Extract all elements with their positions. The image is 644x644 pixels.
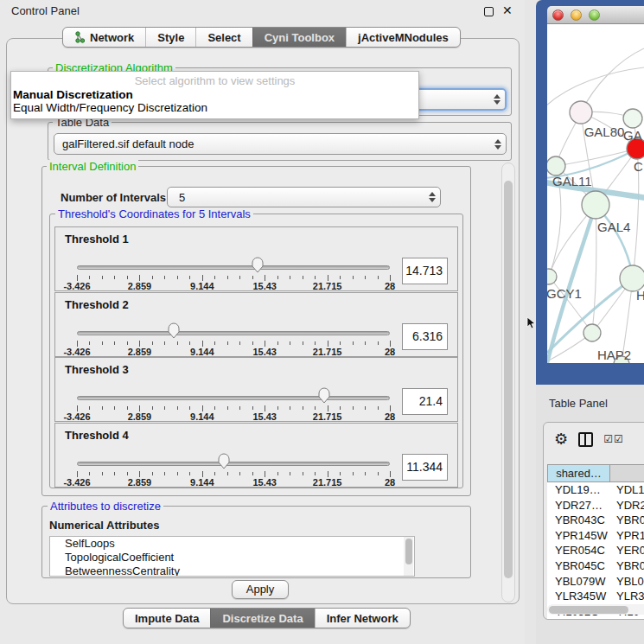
tab-label: jActiveMNodules [358, 31, 449, 44]
threshold-2-slider-track[interactable] [77, 331, 390, 335]
float-window-icon[interactable] [484, 7, 494, 16]
tick-mark [227, 341, 228, 345]
table-cell: YER0 [610, 543, 644, 558]
tick-mark [252, 472, 253, 475]
tick-mark [265, 405, 265, 411]
network-node-gal80 [570, 101, 592, 124]
tick-mark [114, 472, 115, 475]
threshold-2-slider-thumb[interactable] [167, 322, 181, 340]
table-row[interactable]: YDR27…YDR2 [547, 498, 644, 513]
table-cell: YBR0 [610, 513, 644, 528]
table-cell: YPR145W [547, 528, 610, 544]
gear-icon[interactable]: ⚙ [554, 430, 568, 449]
control-panel-window: Control Panel ✕ NetworkStyleSelectCyni T… [0, 0, 525, 644]
tab-style[interactable]: Style [145, 28, 195, 47]
scale-label: 15.43 [245, 477, 284, 488]
network-view-window[interactable]: GAL80 GA C GAL11 GAL4 GCY1 H HAP2 [536, 0, 644, 385]
scale-label: 2.859 [120, 477, 158, 488]
tick-mark [189, 341, 190, 345]
table-cell: YBR0 [610, 558, 644, 574]
scale-label: 21.715 [309, 477, 347, 488]
tick-mark [164, 406, 165, 410]
panel-scrollbar-thumb[interactable] [504, 181, 513, 578]
column-header-name[interactable]: na [610, 464, 644, 482]
network-canvas[interactable]: GAL80 GA C GAL11 GAL4 GCY1 H HAP2 [547, 24, 644, 363]
popup-item-equal-width-frequency[interactable]: Equal Width/Frequency Discretization [11, 101, 418, 114]
table-row[interactable]: YBL079WYBL0 [547, 574, 644, 590]
attribute-list-item[interactable]: BetweennessCentrality [50, 564, 414, 577]
numerical-attributes-list[interactable]: SelfLoopsTopologicalCoefficientBetweenne… [49, 536, 415, 577]
table-cell: YBR045C [547, 558, 610, 574]
table-hscrollbar-thumb[interactable] [549, 606, 628, 614]
cyni-bottom-tabs: Impute DataDiscretize DataInfer Network [123, 608, 411, 628]
tick-mark [252, 406, 253, 410]
tick-mark [390, 275, 391, 281]
tick-mark [202, 341, 203, 347]
scale-label: -3.426 [58, 477, 96, 488]
threshold-3-value-field[interactable]: 21.4 [402, 388, 448, 415]
tab-jactivemnodules[interactable]: jActiveMNodules [346, 28, 460, 47]
threshold-label: Threshold 1 [65, 233, 129, 245]
checkboxes-icon[interactable]: ☑☑ [603, 433, 624, 445]
tick-mark [177, 472, 178, 475]
table-panel-box: ⚙ ☑☑ shared… na YDL19…YDL1YDR27…YDR2YBR0… [543, 422, 644, 620]
tab-network[interactable]: Network [63, 28, 145, 47]
close-icon[interactable]: ✕ [502, 3, 513, 17]
threshold-2-value-field[interactable]: 6.316 [402, 323, 448, 350]
table-row[interactable]: YER054CYER0 [547, 543, 644, 558]
attribute-list-item[interactable]: TopologicalCoefficient [50, 551, 414, 564]
table-row[interactable]: YDL19…YDL1 [547, 482, 644, 498]
table-row[interactable]: YPR145WYPR1 [547, 528, 644, 544]
threshold-1-slider-thumb[interactable] [251, 256, 265, 274]
scale-label: 15.43 [245, 281, 284, 291]
threshold-4-slider-thumb[interactable] [217, 452, 231, 470]
tick-mark [378, 406, 379, 410]
tick-mark [189, 406, 190, 410]
threshold-4-slider-track[interactable] [77, 462, 390, 466]
tab-cyni-toolbox[interactable]: Cyni Toolbox [252, 28, 346, 47]
scale-label: 15.43 [245, 411, 284, 422]
tick-mark [365, 472, 366, 475]
threshold-3-slider-track[interactable] [77, 396, 390, 400]
tick-mark [227, 276, 228, 279]
attributes-scrollbar-thumb[interactable] [405, 539, 412, 564]
number-of-intervals-combo[interactable]: 5 [167, 187, 441, 207]
combo-stepper-icon [494, 90, 501, 109]
table-row[interactable]: YBR045CYBR0 [547, 558, 644, 574]
node-label: H [636, 288, 644, 303]
table-horizontal-scrollbar[interactable] [547, 604, 644, 615]
tick-mark [152, 406, 153, 410]
threshold-1-value-field[interactable]: 14.713 [402, 258, 448, 284]
tab-select[interactable]: Select [195, 28, 252, 47]
tick-mark [127, 406, 128, 410]
close-traffic-light-icon[interactable] [552, 10, 564, 21]
columns-icon[interactable] [578, 432, 593, 447]
table-row[interactable]: YBR043CYBR0 [547, 513, 644, 528]
tick-mark [290, 472, 290, 475]
tick-mark [177, 276, 178, 279]
table-data-combo[interactable]: galFiltered.sif default node [54, 133, 507, 155]
attributes-scrollbar[interactable] [404, 537, 413, 576]
apply-button[interactable]: Apply [232, 580, 289, 599]
slider-ticks [77, 470, 390, 477]
zoom-traffic-light-icon[interactable] [589, 10, 600, 21]
panel-scrollbar[interactable] [501, 163, 515, 603]
tick-mark [164, 341, 165, 345]
tick-mark [315, 472, 316, 475]
threshold-1-slider-track[interactable] [77, 265, 390, 270]
tab-discretize-data[interactable]: Discretize Data [210, 609, 314, 628]
threshold-label: Threshold 3 [65, 363, 129, 376]
column-header-shared[interactable]: shared… [547, 464, 610, 482]
threshold-4-value-field[interactable]: 11.344 [402, 454, 448, 481]
tick-mark [127, 276, 128, 279]
scale-label: 21.715 [309, 411, 347, 422]
scale-label: 9.144 [183, 477, 221, 488]
attribute-list-item[interactable]: SelfLoops [50, 537, 414, 551]
tab-impute-data[interactable]: Impute Data [124, 609, 210, 628]
threshold-3-slider-thumb[interactable] [317, 386, 331, 405]
popup-item-manual-discretization[interactable]: Manual Discretization [11, 88, 418, 101]
table-row[interactable]: YLR345WYLR3 [547, 589, 644, 604]
tab-infer-network[interactable]: Infer Network [315, 609, 410, 628]
minimize-traffic-light-icon[interactable] [571, 10, 582, 21]
tick-mark [328, 275, 328, 281]
